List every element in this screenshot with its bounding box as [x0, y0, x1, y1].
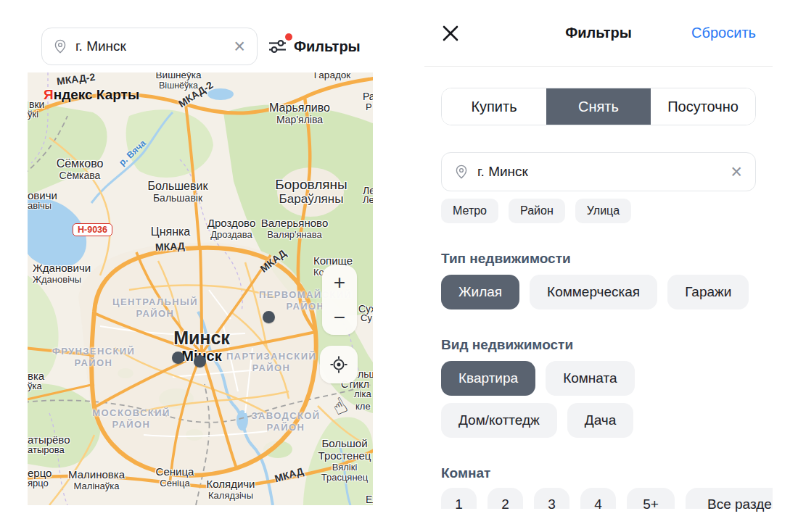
map-search-value: г. Минск: [75, 38, 232, 54]
option-apartment[interactable]: Квартира: [441, 361, 535, 396]
deal-type-tabs: Купить Снять Посуточно: [441, 88, 756, 125]
map-label-fragment: Р: [366, 101, 372, 112]
town-label: ЖдановичиЖдановічы: [33, 262, 91, 285]
filters-header: Фильтры Сбросить: [424, 0, 773, 67]
town-label: Гарадок: [314, 72, 350, 80]
map-label-fragment: атырова: [28, 444, 65, 455]
town-label: ДроздовоДроздава: [207, 217, 255, 240]
tab-buy[interactable]: Купить: [442, 88, 546, 125]
option-room[interactable]: Комната: [546, 361, 634, 396]
panel-search-input[interactable]: г. Минск ×: [441, 152, 756, 191]
option-rooms-5plus[interactable]: 5+: [627, 488, 675, 509]
district-label: ФРУНЗЕНСКИЙРАЙОН: [52, 346, 136, 370]
town-label: КолядичиКалядзічы: [207, 478, 255, 501]
map-label-fragment: ўка: [28, 381, 42, 391]
option-rooms-1[interactable]: 1: [441, 488, 477, 509]
town-label: МарьяливоМар'яліва: [269, 101, 330, 126]
map-label-fragment: Су: [361, 312, 372, 323]
map-search-input[interactable]: г. Минск ×: [41, 28, 258, 65]
app-screen: г. Минск × Фильтры: [0, 0, 798, 532]
option-residential[interactable]: Жилая: [441, 275, 519, 309]
geolocate-button[interactable]: [320, 346, 358, 383]
draw-area-icon: ☝: [328, 391, 352, 420]
road-label-mkad: МКАД: [155, 240, 186, 253]
filters-panel: Фильтры Сбросить Купить Снять Посуточно …: [424, 0, 773, 532]
town-label: БольшойТростенецВялікіТрасцянец: [318, 438, 371, 483]
property-kind-options-row2: Дом/коттедж Дача: [441, 403, 756, 438]
district-label: МОСКОВСКИЙРАЙОН: [92, 407, 170, 431]
chip-metro[interactable]: Метро: [441, 199, 498, 223]
map-marker[interactable]: [263, 311, 275, 323]
zoom-control: + −: [322, 265, 357, 335]
map-marker[interactable]: [172, 352, 184, 364]
town-label: СеницаСеніца: [156, 466, 194, 489]
property-kind-options-row1: Квартира Комната: [441, 361, 756, 396]
tab-daily[interactable]: Посуточно: [651, 88, 755, 125]
chip-street[interactable]: Улица: [575, 199, 631, 223]
section-title-property-kind: Вид недвижимости: [441, 337, 756, 353]
option-rooms-4[interactable]: 4: [580, 488, 616, 509]
location-pin-icon: [453, 164, 469, 180]
zoom-out-button[interactable]: −: [322, 300, 357, 335]
road-number-badge: Н-9036: [73, 223, 112, 236]
option-garages[interactable]: Гаражи: [667, 275, 749, 309]
map-canvas[interactable]: Яндекс Карты МКАД-2 МКАД-2 МКАД МКАД МКА…: [28, 72, 373, 505]
reset-filters-button[interactable]: Сбросить: [691, 25, 756, 41]
town-label: БоровляныБараўляны: [275, 177, 347, 206]
geolocate-icon: [329, 355, 348, 374]
option-commercial[interactable]: Коммерческая: [530, 275, 657, 309]
district-label: ЗАВОДСКОЙРАЙОН: [251, 410, 320, 434]
district-label: ПАРТИЗАНСКИЙРАЙОН: [226, 351, 316, 375]
option-rooms-all-separate[interactable]: Все разде: [686, 488, 773, 509]
map-marker[interactable]: [194, 355, 206, 367]
yandex-maps-logo: Яндекс Карты: [44, 87, 139, 103]
zoom-in-button[interactable]: +: [322, 265, 357, 300]
town-label: МалиновкаМалінаўка: [68, 469, 125, 491]
map-label-fragment: ўкі: [28, 109, 38, 120]
close-icon[interactable]: [441, 24, 460, 43]
filters-active-badge: [285, 33, 292, 41]
tab-rent[interactable]: Снять: [546, 88, 651, 125]
town-label: ВишнёўкаВішнёўка: [156, 72, 202, 91]
option-dacha[interactable]: Дача: [567, 403, 633, 438]
town-label: СёмковоСёмкава: [57, 157, 104, 182]
sliders-icon: [268, 38, 287, 55]
option-house[interactable]: Дом/коттедж: [441, 403, 557, 438]
map-label-fragment: Ра: [363, 91, 373, 102]
map-label-fragment: Ел: [366, 494, 373, 505]
chip-district[interactable]: Район: [509, 199, 565, 223]
filters-button-label: Фильтры: [294, 38, 361, 55]
map-label-fragment: Ле: [363, 194, 373, 205]
map-label-fragment: ярцо: [28, 478, 49, 489]
map-topbar: г. Минск × Фильтры: [28, 26, 373, 67]
town-label: ВалерьяновоВаляр'янава: [261, 217, 329, 240]
rooms-options: 1 2 3 4 5+ Все разде: [441, 488, 773, 509]
town-label: БольшевикБальшавік: [148, 180, 208, 204]
filters-button[interactable]: Фильтры: [268, 38, 361, 55]
clear-search-icon[interactable]: ×: [232, 37, 247, 57]
location-pin-icon: [52, 38, 68, 54]
filters-body: Купить Снять Посуточно г. Минск × Метро …: [424, 88, 773, 509]
location-chips: Метро Район Улица: [441, 199, 756, 223]
section-title-rooms: Комнат: [441, 465, 756, 481]
option-rooms-3[interactable]: 3: [534, 488, 569, 509]
district-label: ЦЕНТРАЛЬНЫЙРАЙОН: [112, 296, 198, 320]
property-type-options: Жилая Коммерческая Гаражи: [441, 275, 756, 309]
map-label-fragment: авічы: [28, 200, 52, 211]
map-label-fragment: ліка: [354, 388, 371, 399]
option-rooms-2[interactable]: 2: [488, 488, 523, 509]
town-label: Цнянка: [151, 225, 190, 238]
section-title-property-type: Тип недвижимости: [441, 251, 756, 267]
clear-search-icon[interactable]: ×: [729, 162, 744, 182]
panel-search-value: г. Минск: [477, 164, 729, 180]
